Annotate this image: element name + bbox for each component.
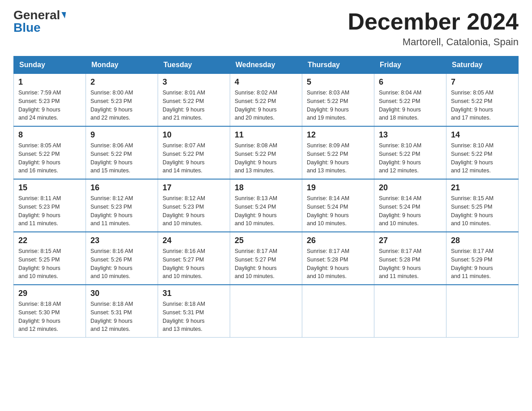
calendar-cell: 16 Sunrise: 8:12 AM Sunset: 5:23 PM Dayl…: [86, 179, 158, 232]
day-number: 7: [451, 77, 514, 87]
day-number: 28: [451, 236, 514, 245]
day-info: Sunrise: 8:04 AM Sunset: 5:22 PM Dayligh…: [379, 89, 442, 122]
title-section: December 2024 Martorell, Catalonia, Spai…: [348, 9, 519, 48]
calendar-header-thursday: Thursday: [302, 56, 374, 74]
calendar-cell: 10 Sunrise: 8:07 AM Sunset: 5:22 PM Dayl…: [158, 126, 230, 179]
calendar-header-friday: Friday: [374, 56, 446, 74]
calendar-header-tuesday: Tuesday: [158, 56, 230, 74]
day-info: Sunrise: 8:18 AM Sunset: 5:30 PM Dayligh…: [18, 300, 81, 334]
calendar-cell: 2 Sunrise: 8:00 AM Sunset: 5:23 PM Dayli…: [86, 74, 158, 127]
calendar-cell: 4 Sunrise: 8:02 AM Sunset: 5:22 PM Dayli…: [230, 74, 302, 127]
day-number: 11: [235, 130, 297, 140]
calendar-cell: 29 Sunrise: 8:18 AM Sunset: 5:30 PM Dayl…: [14, 285, 86, 338]
day-number: 13: [379, 130, 442, 140]
day-info: Sunrise: 8:13 AM Sunset: 5:24 PM Dayligh…: [235, 194, 297, 228]
calendar-cell: 14 Sunrise: 8:10 AM Sunset: 5:22 PM Dayl…: [446, 126, 519, 179]
day-number: 30: [90, 289, 153, 298]
day-info: Sunrise: 8:03 AM Sunset: 5:22 PM Dayligh…: [307, 89, 369, 122]
logo-general-text: General: [13, 9, 60, 21]
day-number: 22: [18, 236, 81, 245]
calendar-week-2: 8 Sunrise: 8:05 AM Sunset: 5:22 PM Dayli…: [14, 126, 519, 179]
calendar-header-row: SundayMondayTuesdayWednesdayThursdayFrid…: [14, 56, 519, 74]
day-number: 4: [235, 77, 297, 87]
day-info: Sunrise: 8:07 AM Sunset: 5:22 PM Dayligh…: [163, 141, 225, 175]
calendar-cell: 1 Sunrise: 7:59 AM Sunset: 5:23 PM Dayli…: [14, 74, 86, 127]
day-info: Sunrise: 8:09 AM Sunset: 5:22 PM Dayligh…: [307, 141, 369, 175]
calendar-cell: [446, 285, 519, 338]
day-number: 2: [90, 77, 153, 87]
calendar-header-monday: Monday: [86, 56, 158, 74]
calendar-cell: 31 Sunrise: 8:18 AM Sunset: 5:31 PM Dayl…: [158, 285, 230, 338]
day-number: 29: [18, 289, 81, 298]
day-number: 19: [307, 183, 369, 193]
calendar-cell: 12 Sunrise: 8:09 AM Sunset: 5:22 PM Dayl…: [302, 126, 374, 179]
day-number: 18: [235, 183, 297, 193]
day-number: 8: [18, 130, 81, 140]
calendar-cell: 17 Sunrise: 8:12 AM Sunset: 5:23 PM Dayl…: [158, 179, 230, 232]
day-info: Sunrise: 8:16 AM Sunset: 5:27 PM Dayligh…: [163, 247, 225, 281]
day-number: 1: [18, 77, 81, 87]
calendar-cell: 23 Sunrise: 8:16 AM Sunset: 5:26 PM Dayl…: [86, 232, 158, 285]
calendar-cell: 25 Sunrise: 8:17 AM Sunset: 5:27 PM Dayl…: [230, 232, 302, 285]
calendar-cell: 27 Sunrise: 8:17 AM Sunset: 5:28 PM Dayl…: [374, 232, 446, 285]
logo-arrow-icon: [60, 12, 66, 18]
day-number: 26: [307, 236, 369, 245]
day-info: Sunrise: 8:17 AM Sunset: 5:28 PM Dayligh…: [379, 247, 442, 281]
day-number: 5: [307, 77, 369, 87]
day-number: 24: [163, 236, 225, 245]
day-info: Sunrise: 8:14 AM Sunset: 5:24 PM Dayligh…: [307, 194, 369, 228]
calendar-cell: 5 Sunrise: 8:03 AM Sunset: 5:22 PM Dayli…: [302, 74, 374, 127]
day-number: 15: [18, 183, 81, 193]
calendar-cell: 18 Sunrise: 8:13 AM Sunset: 5:24 PM Dayl…: [230, 179, 302, 232]
day-number: 27: [379, 236, 442, 245]
day-info: Sunrise: 7:59 AM Sunset: 5:23 PM Dayligh…: [18, 89, 81, 122]
calendar-cell: 11 Sunrise: 8:08 AM Sunset: 5:22 PM Dayl…: [230, 126, 302, 179]
day-info: Sunrise: 8:10 AM Sunset: 5:22 PM Dayligh…: [451, 141, 514, 175]
day-info: Sunrise: 8:18 AM Sunset: 5:31 PM Dayligh…: [90, 300, 153, 334]
calendar-cell: [374, 285, 446, 338]
day-info: Sunrise: 8:02 AM Sunset: 5:22 PM Dayligh…: [235, 89, 297, 122]
day-number: 21: [451, 183, 514, 193]
calendar-cell: [302, 285, 374, 338]
day-number: 3: [163, 77, 225, 87]
calendar-header-sunday: Sunday: [14, 56, 86, 74]
calendar-cell: 3 Sunrise: 8:01 AM Sunset: 5:22 PM Dayli…: [158, 74, 230, 127]
day-info: Sunrise: 8:18 AM Sunset: 5:31 PM Dayligh…: [163, 300, 225, 334]
calendar-cell: 21 Sunrise: 8:15 AM Sunset: 5:25 PM Dayl…: [446, 179, 519, 232]
day-info: Sunrise: 8:17 AM Sunset: 5:28 PM Dayligh…: [307, 247, 369, 281]
calendar-cell: 30 Sunrise: 8:18 AM Sunset: 5:31 PM Dayl…: [86, 285, 158, 338]
calendar-header-saturday: Saturday: [446, 56, 519, 74]
calendar-cell: 15 Sunrise: 8:11 AM Sunset: 5:23 PM Dayl…: [14, 179, 86, 232]
day-info: Sunrise: 8:11 AM Sunset: 5:23 PM Dayligh…: [18, 194, 81, 228]
day-number: 31: [163, 289, 225, 298]
day-number: 17: [163, 183, 225, 193]
day-info: Sunrise: 8:00 AM Sunset: 5:23 PM Dayligh…: [90, 89, 153, 122]
day-info: Sunrise: 8:12 AM Sunset: 5:23 PM Dayligh…: [163, 194, 225, 228]
page-header: General Blue December 2024 Martorell, Ca…: [13, 9, 519, 48]
day-number: 9: [90, 130, 153, 140]
calendar-cell: 28 Sunrise: 8:17 AM Sunset: 5:29 PM Dayl…: [446, 232, 519, 285]
day-info: Sunrise: 8:06 AM Sunset: 5:22 PM Dayligh…: [90, 141, 153, 175]
calendar-table: SundayMondayTuesdayWednesdayThursdayFrid…: [13, 56, 519, 338]
day-number: 23: [90, 236, 153, 245]
calendar-cell: 22 Sunrise: 8:15 AM Sunset: 5:25 PM Dayl…: [14, 232, 86, 285]
day-number: 16: [90, 183, 153, 193]
calendar-title: December 2024: [348, 9, 519, 34]
day-info: Sunrise: 8:17 AM Sunset: 5:29 PM Dayligh…: [451, 247, 514, 281]
calendar-subtitle: Martorell, Catalonia, Spain: [348, 36, 519, 48]
day-info: Sunrise: 8:05 AM Sunset: 5:22 PM Dayligh…: [451, 89, 514, 122]
calendar-cell: 8 Sunrise: 8:05 AM Sunset: 5:22 PM Dayli…: [14, 126, 86, 179]
calendar-cell: 13 Sunrise: 8:10 AM Sunset: 5:22 PM Dayl…: [374, 126, 446, 179]
day-number: 6: [379, 77, 442, 87]
logo-blue-text: Blue: [13, 21, 41, 34]
logo: General Blue: [13, 9, 65, 34]
calendar-cell: 7 Sunrise: 8:05 AM Sunset: 5:22 PM Dayli…: [446, 74, 519, 127]
calendar-week-1: 1 Sunrise: 7:59 AM Sunset: 5:23 PM Dayli…: [14, 74, 519, 127]
calendar-week-4: 22 Sunrise: 8:15 AM Sunset: 5:25 PM Dayl…: [14, 232, 519, 285]
day-info: Sunrise: 8:01 AM Sunset: 5:22 PM Dayligh…: [163, 89, 225, 122]
calendar-week-5: 29 Sunrise: 8:18 AM Sunset: 5:30 PM Dayl…: [14, 285, 519, 338]
day-info: Sunrise: 8:15 AM Sunset: 5:25 PM Dayligh…: [451, 194, 514, 228]
calendar-cell: 26 Sunrise: 8:17 AM Sunset: 5:28 PM Dayl…: [302, 232, 374, 285]
day-info: Sunrise: 8:10 AM Sunset: 5:22 PM Dayligh…: [379, 141, 442, 175]
day-info: Sunrise: 8:14 AM Sunset: 5:24 PM Dayligh…: [379, 194, 442, 228]
